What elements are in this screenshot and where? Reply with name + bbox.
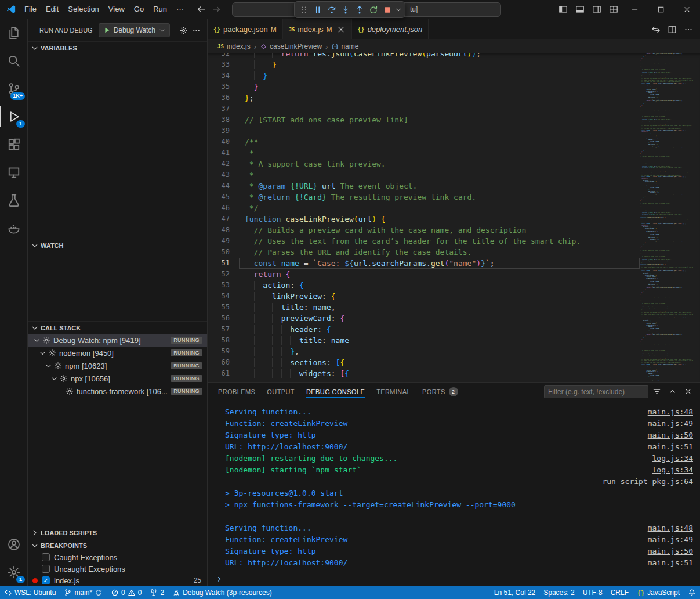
panel-action-filter[interactable]: [650, 384, 664, 399]
code-line-36[interactable]: 36};: [208, 92, 640, 103]
line-number-40[interactable]: 40: [208, 136, 239, 147]
section-header-variables[interactable]: VARIABLES: [28, 41, 207, 54]
code-line-48[interactable]: 48 // Builds a preview card with the cas…: [208, 225, 640, 236]
console-source-link[interactable]: main.js:51: [648, 441, 693, 453]
code-line-32[interactable]: 32 return res.json(caseLinkPreview(parse…: [208, 53, 640, 59]
eol[interactable]: CRLF: [607, 586, 633, 599]
code-line-38[interactable]: 38// [START add_ons_case_preview_link]: [208, 114, 640, 125]
panel-tab-debug-console[interactable]: DEBUG CONSOLE: [306, 383, 365, 400]
start-debugging-icon[interactable]: [103, 26, 111, 34]
sidebar-action-ellipsis[interactable]: [190, 24, 202, 37]
activity-bar-item-remote-explorer[interactable]: [0, 158, 27, 186]
line-number-36[interactable]: 36: [208, 92, 239, 103]
code-line-59[interactable]: 59 },: [208, 346, 640, 357]
section-header-call-stack[interactable]: CALL STACK: [28, 321, 207, 334]
menu-view[interactable]: View: [104, 3, 129, 16]
code-line-43[interactable]: 43 *: [208, 169, 640, 181]
panel-tab-ports[interactable]: PORTS2: [422, 383, 458, 400]
breadcrumb-item-index.js[interactable]: JSindex.js: [217, 42, 251, 50]
console-source-link[interactable]: run-script-pkg.js:64: [602, 476, 693, 488]
go-back-icon[interactable]: [197, 5, 206, 14]
code-line-54[interactable]: 54 linkPreview: {: [208, 291, 640, 302]
tab-deployment-json[interactable]: {}deployment.json: [352, 19, 429, 39]
line-number-50[interactable]: 50: [208, 247, 239, 258]
activity-bar-item-explorer[interactable]: [0, 19, 27, 47]
debug-restart-button[interactable]: [367, 3, 380, 16]
line-number-53[interactable]: 53: [208, 280, 239, 291]
problems[interactable]: 00: [107, 586, 146, 599]
panel-tab-output[interactable]: OUTPUT: [267, 383, 295, 400]
breakpoint-checkbox[interactable]: [42, 565, 50, 573]
line-number-57[interactable]: 57: [208, 324, 239, 335]
panel-action-close[interactable]: [681, 384, 695, 399]
breakpoint-row-0[interactable]: Caught Exceptions: [28, 551, 207, 563]
code-line-37[interactable]: 37: [208, 103, 640, 114]
section-header-breakpoints[interactable]: BREAKPOINTS: [28, 539, 207, 551]
code-line-57[interactable]: 57 header: {: [208, 324, 640, 335]
code-line-51[interactable]: 51 const name = `Case: ${url.searchParam…: [208, 258, 640, 269]
sidebar-action-gear[interactable]: [177, 24, 190, 37]
code-line-56[interactable]: 56 previewCard: {: [208, 313, 640, 324]
code-line-46[interactable]: 46 */: [208, 203, 640, 214]
activity-bar-item-search[interactable]: [0, 47, 27, 75]
debug-chevron-down-button[interactable]: [394, 3, 402, 16]
minimize-window-button[interactable]: [622, 0, 648, 19]
go-forward-icon[interactable]: [212, 5, 221, 14]
line-number-42[interactable]: 42: [208, 158, 239, 169]
call-stack-session-0[interactable]: Debug Watch: npm [9419]RUNNING: [28, 334, 207, 347]
activity-bar-item-accounts[interactable]: [0, 531, 27, 558]
cursor-position[interactable]: Ln 51, Col 22: [490, 586, 539, 599]
line-number-38[interactable]: 38: [208, 114, 239, 125]
line-number-51[interactable]: 51: [208, 258, 239, 269]
breadcrumb-item-caseLinkPreview[interactable]: caseLinkPreview: [260, 42, 322, 50]
menu-[interactable]: ⋯: [172, 3, 188, 16]
console-source-link[interactable]: main.js:48: [648, 406, 693, 418]
git-branch[interactable]: main*: [60, 586, 107, 599]
overview-ruler[interactable]: [693, 53, 700, 382]
call-stack-session-4[interactable]: functions-framework [106...RUNNING: [28, 385, 207, 398]
line-number-58[interactable]: 58: [208, 335, 239, 346]
layout-sidebar-right-button[interactable]: [588, 0, 605, 19]
breakpoint-checkbox[interactable]: [42, 553, 50, 561]
line-number-44[interactable]: 44: [208, 181, 239, 192]
line-number-59[interactable]: 59: [208, 346, 239, 357]
code-line-53[interactable]: 53 action: {: [208, 280, 640, 291]
activity-bar-item-testing[interactable]: [0, 186, 27, 214]
line-number-34[interactable]: 34: [208, 70, 239, 81]
layout-sidebar-button[interactable]: [554, 0, 571, 19]
code-line-55[interactable]: 55 title: name,: [208, 302, 640, 313]
editor-action-ellipsis[interactable]: [680, 21, 697, 38]
code-line-47[interactable]: 47function caseLinkPreview(url) {: [208, 214, 640, 225]
line-number-56[interactable]: 56: [208, 313, 239, 324]
code-line-41[interactable]: 41 *: [208, 147, 640, 158]
breakpoint-row-2[interactable]: ✓index.js25: [28, 575, 207, 586]
close-window-button[interactable]: [674, 0, 700, 19]
line-number-47[interactable]: 47: [208, 214, 239, 225]
line-number-55[interactable]: 55: [208, 302, 239, 313]
line-number-48[interactable]: 48: [208, 225, 239, 236]
code-editor[interactable]: 32 return res.json(caseLinkPreview(parse…: [208, 53, 700, 382]
code-line-49[interactable]: 49 // Uses the text from the card’s head…: [208, 236, 640, 247]
panel-action-chevron-up[interactable]: [665, 384, 680, 399]
forwarded-ports[interactable]: 2: [146, 586, 168, 599]
line-number-46[interactable]: 46: [208, 203, 239, 214]
launch-configuration-dropdown[interactable]: Debug Watch: [99, 23, 170, 37]
layout-grid-button[interactable]: [605, 0, 622, 19]
breadcrumb-item-name[interactable]: name: [331, 42, 358, 50]
console-source-link[interactable]: main.js:50: [648, 430, 693, 441]
line-number-35[interactable]: 35: [208, 81, 239, 92]
activity-bar-item-extensions[interactable]: [0, 131, 27, 158]
line-number-60[interactable]: 60: [208, 357, 239, 368]
panel-tab-problems[interactable]: PROBLEMS: [218, 383, 255, 400]
line-number-33[interactable]: 33: [208, 59, 239, 70]
menu-edit[interactable]: Edit: [41, 3, 63, 16]
breakpoint-checkbox[interactable]: ✓: [42, 576, 50, 584]
editor-action-split-editor[interactable]: [664, 21, 680, 38]
line-number-43[interactable]: 43: [208, 169, 239, 181]
remote-indicator[interactable]: WSL: Ubuntu: [0, 586, 60, 599]
console-source-link[interactable]: main.js:49: [648, 534, 693, 546]
debug-status[interactable]: Debug Watch (3p-resources): [168, 586, 276, 599]
debug-step-out-button[interactable]: [353, 3, 366, 16]
console-source-link[interactable]: main.js:51: [648, 557, 693, 569]
activity-bar-item-run-and-debug[interactable]: 1: [0, 103, 27, 131]
